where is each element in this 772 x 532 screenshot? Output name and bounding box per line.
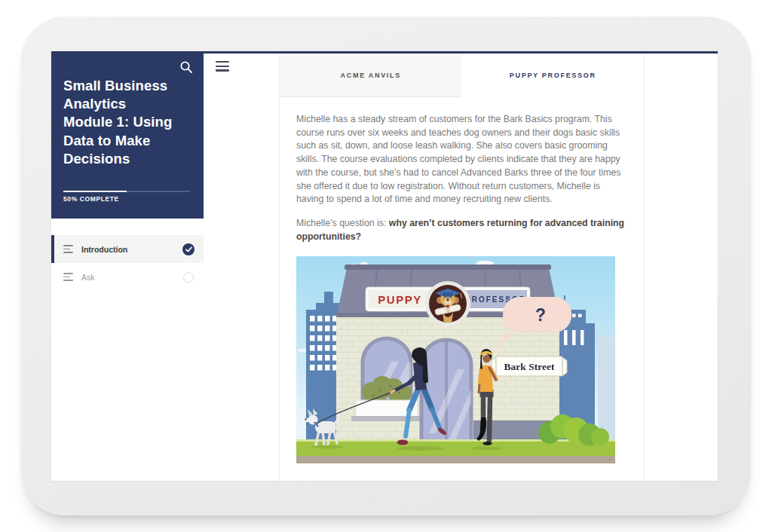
completed-check-icon — [182, 243, 195, 255]
lesson-content-area: ACME ANVILS PUPPY PROFESSOR Michelle has… — [204, 51, 718, 481]
lesson-lines-icon — [63, 245, 74, 253]
sidebar-item-introduction[interactable]: Introduction — [51, 235, 204, 263]
hamburger-icon — [216, 61, 234, 72]
ground — [296, 439, 615, 463]
lesson-body: Michelle has a steady stream of customer… — [280, 97, 644, 463]
progress-label: 50% COMPLETE — [63, 195, 119, 203]
tab-puppy-professor[interactable]: PUPPY PROFESSOR — [462, 54, 645, 97]
storefront-building: PUPPY PROFESSOR — [336, 264, 567, 442]
storefront-illustration: PUPPY PROFESSOR — [296, 256, 615, 463]
tab-acme-anvils[interactable]: ACME ANVILS — [280, 54, 462, 97]
dog-professor-logo — [425, 281, 470, 326]
street-sign: Bark Street — [492, 356, 567, 376]
search-icon — [179, 60, 193, 74]
lesson-nav: Introduction Ask — [51, 235, 204, 291]
sidebar-header: Small Business Analytics Module 1: Using… — [51, 51, 204, 219]
course-sidebar: Small Business Analytics Module 1: Using… — [51, 51, 204, 481]
progress-bar — [63, 191, 190, 192]
lesson-lines-icon — [63, 273, 74, 281]
course-title: Small Business Analytics Module 1: Using… — [63, 77, 178, 168]
sidebar-item-ask[interactable]: Ask — [51, 263, 204, 291]
lesson-card: ACME ANVILS PUPPY PROFESSOR Michelle has… — [279, 54, 645, 481]
shop-sign-puppy: PUPPY — [378, 292, 421, 305]
window-sill — [351, 416, 422, 421]
sidebar-item-label: Ask — [81, 273, 183, 282]
incomplete-circle-icon — [183, 272, 194, 283]
progress-fill — [63, 191, 127, 192]
scenario-tabs: ACME ANVILS PUPPY PROFESSOR — [280, 54, 644, 97]
scenario-question: Michelle’s question is: why aren’t custo… — [296, 217, 627, 244]
search-button[interactable] — [178, 60, 195, 76]
sidebar-item-label: Introduction — [81, 245, 182, 254]
street-sign-label: Bark Street — [504, 360, 555, 371]
menu-button[interactable] — [216, 60, 234, 75]
glass-door — [421, 340, 473, 442]
question-prefix: Michelle’s question is: — [296, 218, 389, 228]
course-player-screen: Small Business Analytics Module 1: Using… — [51, 51, 718, 481]
thought-bubble-text: ? — [535, 305, 546, 325]
scenario-paragraph: Michelle has a steady stream of customer… — [296, 113, 627, 206]
tablet-frame: Small Business Analytics Module 1: Using… — [21, 17, 751, 515]
